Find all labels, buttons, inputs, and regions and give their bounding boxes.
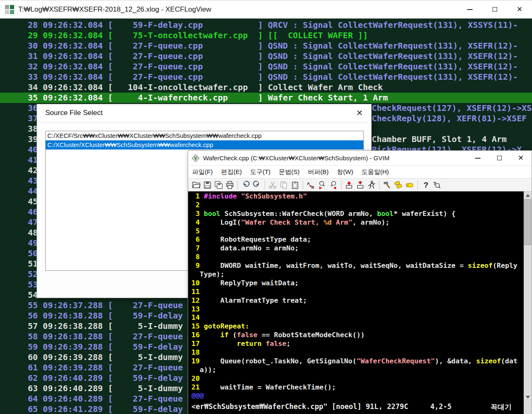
log-row[interactable]: 33 09:26:32.084 [ 27-F-queue.cpp ] QSND … <box>0 72 532 82</box>
code-segment: %d <box>324 218 332 226</box>
log-row[interactable]: 30 09:26:32.084 [ 27-F-queue.cpp ] QSND … <box>0 41 532 51</box>
log-row[interactable]: 32 09:26:32.084 [ 27-F-queue.cpp ] QSND … <box>0 61 532 72</box>
maximize-icon[interactable] <box>482 0 507 18</box>
code-segment: SchSubsystem::WaferCheck(WORD armNo, <box>221 210 378 218</box>
code-segment: a)); <box>191 366 216 374</box>
build-tags-icon[interactable] <box>393 179 404 190</box>
menu-item-0[interactable]: 파일(F) <box>192 168 213 176</box>
code-line: @@@ <box>191 392 525 400</box>
line-number: 17 <box>191 340 204 348</box>
code-segment: bool <box>204 210 221 218</box>
log-row-text: 30 09:26:32.084 [ 27-F-queue.cpp ] QSND … <box>28 41 518 51</box>
load-session-icon[interactable] <box>343 179 355 190</box>
close-icon[interactable]: ✕ <box>356 108 363 118</box>
find-next-icon[interactable] <box>316 179 328 190</box>
line-number: 21 <box>191 383 204 391</box>
toolbar-separator <box>417 180 418 189</box>
redo-icon[interactable] <box>251 179 262 190</box>
minimize-icon[interactable] <box>457 0 482 18</box>
find-prev-icon[interactable] <box>328 179 339 190</box>
status-file-info: <er₩SchSubsystem₩WaferCheck.cpp" [noeol]… <box>191 402 408 411</box>
maximize-icon[interactable] <box>488 151 510 165</box>
code-segment: if <box>221 331 229 339</box>
close-icon[interactable]: ✕ <box>507 0 532 18</box>
find-replace-icon[interactable]: AB <box>305 179 316 190</box>
code-segment: ; <box>287 340 291 348</box>
line-number: 12 <box>191 296 204 304</box>
code-segment: * waferExist) { <box>394 210 456 218</box>
toolbar-separator <box>238 180 238 189</box>
help-icon[interactable]: ? <box>420 179 431 190</box>
jump-tag-icon[interactable] <box>404 179 415 190</box>
make-icon[interactable] <box>382 179 393 190</box>
code-line: 1 #include "SchSubsystem.h" <box>191 192 525 201</box>
line-number: 8 <box>191 253 204 261</box>
line-number: 7 <box>191 244 204 252</box>
logview-window-title: T:₩Log₩XSEFR₩XSEFR-2018_12_26.xlog - XEC… <box>18 5 211 14</box>
open-icon[interactable] <box>191 179 202 190</box>
log-row[interactable]: 35 09:26:32.084 [ 4-I-wafercheck.cpp ] W… <box>0 93 532 103</box>
code-line: 6 RobotRequestType data; <box>191 235 525 244</box>
scroll-down-icon[interactable] <box>524 393 532 401</box>
menu-item-5[interactable]: 창(W) <box>337 168 353 176</box>
log-row-text: 59 09:26:39.288 [ 59-F-delay <box>28 342 183 352</box>
code-line: 19 Queue(robot_.TaskNo, GetSignalNo("Waf… <box>191 357 525 366</box>
minimize-icon[interactable] <box>467 151 488 165</box>
gvim-scrollbar[interactable] <box>524 191 532 414</box>
menu-item-3[interactable]: 문법(S) <box>279 168 299 176</box>
code-line: 5 <box>191 227 525 236</box>
print-icon[interactable] <box>224 179 235 190</box>
log-row[interactable]: 28 09:26:32.084 [ 59-F-delay.cpp ] QRCV … <box>0 20 532 30</box>
menu-item-2[interactable]: 도구(T) <box>250 168 270 176</box>
log-row[interactable]: 31 09:26:32.084 [ 27-F-queue.cpp ] QSND … <box>0 51 532 61</box>
code-segment: ( <box>228 331 237 339</box>
scrollbar-thumb[interactable] <box>524 199 531 245</box>
run-script-icon[interactable] <box>366 179 377 190</box>
log-row-text: 60 09:26:39.288 [ 5-I-dummy <box>28 352 183 363</box>
code-segment: RobotRequestType data; <box>204 235 311 243</box>
gvim-code-area[interactable]: 1 #include "SchSubsystem.h" 2 3 bool Sch… <box>188 191 525 400</box>
cut-icon[interactable] <box>267 179 278 190</box>
source-file-item[interactable]: C:/XECF/Src₩₩xCluster₩₩XCluster₩₩SchSubs… <box>46 131 363 140</box>
paste-icon[interactable] <box>289 179 301 190</box>
log-row-text: Chamber BUFF, Slot 1, 4 Arm <box>372 134 507 145</box>
gvim-statusline: <er₩SchSubsystem₩WaferCheck.cpp" [noeol]… <box>188 400 525 414</box>
copy-icon[interactable] <box>278 179 289 190</box>
code-segment: (Reply <box>493 262 517 269</box>
menu-item-1[interactable]: 편집(E) <box>221 168 242 176</box>
svg-text:A: A <box>307 181 310 185</box>
save-icon[interactable] <box>202 179 213 190</box>
source-file-item[interactable]: C:/XCluster/XCluster₩₩SchSubsystem₩₩wafe… <box>46 140 363 149</box>
line-number: 16 <box>191 331 204 339</box>
code-segment: DWORD waitTime, waitFrom, waitTo, waitSe… <box>204 262 468 269</box>
log-row-text: 55 09:26:37.288 [ 27-F-queue <box>28 300 183 311</box>
help-find-icon[interactable]: ? <box>431 179 442 190</box>
log-row[interactable]: 29 09:26:32.084 [ 75-T-oncollectwafer.cp… <box>0 30 532 41</box>
save-all-icon[interactable] <box>213 179 224 190</box>
line-number: 3 <box>191 210 204 218</box>
code-segment: sizeof <box>468 262 493 269</box>
code-line: 3 bool SchSubsystem::WaferCheck(WORD arm… <box>191 210 525 218</box>
line-number: 5 <box>191 227 204 235</box>
code-line: 18 <box>191 348 525 357</box>
dialog-separator <box>37 122 371 122</box>
scroll-up-icon[interactable] <box>524 191 532 199</box>
code-line: 9 DWORD waitTime, waitFrom, waitTo, wait… <box>191 262 525 270</box>
close-icon[interactable]: ✕ <box>510 151 532 165</box>
line-number: 15 <box>191 322 204 330</box>
toolbar-separator <box>379 180 380 189</box>
code-segment: false <box>237 331 257 339</box>
log-row-text: 28 09:26:32.084 [ 59-F-delay.cpp ] QRCV … <box>28 20 518 30</box>
save-session-icon[interactable] <box>355 179 366 190</box>
gvim-window: V WaferCheck.cpp (C:₩XCluster₩XCluster₩S… <box>188 150 532 414</box>
code-line: 14 <box>191 314 525 322</box>
log-row-text: 64 09:26:40.289 [ 27-F-queue <box>28 394 183 404</box>
code-line: a)); <box>191 366 525 375</box>
undo-icon[interactable] <box>240 179 251 190</box>
log-row[interactable]: 34 09:26:32.084 [ 104-I-oncollectwafer.c… <box>0 82 532 93</box>
line-number: 18 <box>191 348 204 356</box>
menu-item-4[interactable]: 버퍼(B) <box>308 168 329 176</box>
code-line: 20 <box>191 375 525 383</box>
menu-item-6[interactable]: 도움말(H) <box>361 168 389 176</box>
code-segment: gotoRepeat: <box>204 322 249 330</box>
